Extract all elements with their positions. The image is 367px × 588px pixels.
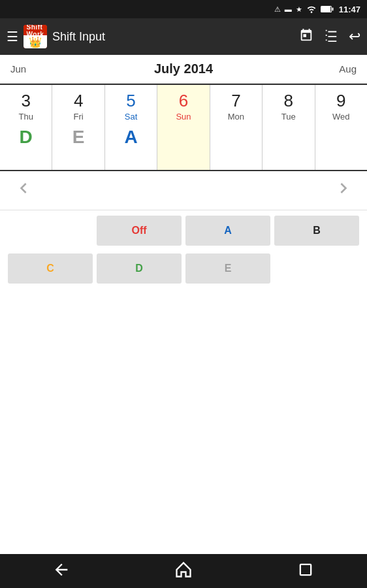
bluetooth-icon: ★ xyxy=(296,5,302,14)
shift-btn-e[interactable]: E xyxy=(185,253,270,284)
status-bar: ⚠ ▬ ★ 11:47 xyxy=(0,0,367,18)
cal-day-mon[interactable]: 7 Mon xyxy=(210,85,263,170)
day-name-mon: Mon xyxy=(228,112,244,122)
day-shift-5: A xyxy=(124,127,137,148)
status-icons: ⚠ ▬ ★ 11:47 xyxy=(274,5,360,14)
day-number-3: 3 xyxy=(21,91,30,110)
wifi-icon xyxy=(306,5,317,13)
app-logo: ShiftWork 👑 xyxy=(24,25,47,48)
day-name-wed: Wed xyxy=(332,112,350,122)
shift-btn-b[interactable]: B xyxy=(274,216,359,246)
next-week-arrow[interactable] xyxy=(327,175,360,206)
day-shift-4: E xyxy=(72,127,85,148)
list-icon[interactable] xyxy=(324,28,338,45)
shift-buttons-row2: C D E xyxy=(0,253,367,289)
shift-btn-d[interactable]: D xyxy=(97,253,182,284)
battery-icon xyxy=(321,5,334,13)
menu-icon[interactable]: ☰ xyxy=(7,29,18,44)
calendar-grid: 3 Thu D 4 Fri E 5 Sat A 6 Sun 7 Mon 8 Tu… xyxy=(0,84,367,171)
day-number-8: 8 xyxy=(284,91,293,110)
day-name-tue: Tue xyxy=(281,112,296,122)
day-number-9: 9 xyxy=(336,91,345,110)
shift-buttons-row1: Off A B xyxy=(0,210,367,251)
day-shift-3: D xyxy=(20,127,33,148)
nav-arrows xyxy=(0,171,367,210)
day-name-sun: Sun xyxy=(176,112,191,122)
time-display: 11:47 xyxy=(339,5,360,14)
day-name-sat: Sat xyxy=(125,112,138,122)
day-name-fri: Fri xyxy=(74,112,84,122)
calendar-icon[interactable] xyxy=(299,28,313,45)
shift-btn-c[interactable]: C xyxy=(8,253,93,284)
cal-day-thu[interactable]: 3 Thu D xyxy=(0,85,52,170)
next-month[interactable]: Aug xyxy=(330,63,357,74)
current-month: July 2014 xyxy=(154,61,213,76)
month-nav: Jun July 2014 Aug xyxy=(0,55,367,84)
cal-day-tue[interactable]: 8 Tue xyxy=(263,85,315,170)
day-number-5: 5 xyxy=(126,91,135,110)
app-title: Shift Input xyxy=(52,30,299,44)
prev-week-arrow[interactable] xyxy=(7,175,40,206)
home-button[interactable] xyxy=(174,561,193,581)
cal-day-sat[interactable]: 5 Sat A xyxy=(105,85,157,170)
svg-rect-3 xyxy=(321,7,330,12)
day-name-thu: Thu xyxy=(19,112,33,122)
day-number-7: 7 xyxy=(231,91,240,110)
main-content xyxy=(0,289,367,524)
cal-day-sun-today[interactable]: 6 Sun xyxy=(157,85,210,170)
app-bar-actions: ↩ xyxy=(299,28,360,45)
prev-month[interactable]: Jun xyxy=(10,63,37,74)
warning-icon: ⚠ xyxy=(274,5,281,14)
back-button[interactable] xyxy=(52,561,71,581)
shift-btn-off[interactable]: Off xyxy=(97,216,182,246)
day-number-4: 4 xyxy=(74,91,83,110)
cal-day-fri[interactable]: 4 Fri E xyxy=(52,85,104,170)
app-bar: ☰ ShiftWork 👑 Shift Input ↩ xyxy=(0,18,367,55)
bottom-nav-bar xyxy=(0,554,367,588)
svg-marker-4 xyxy=(176,563,190,577)
day-number-6: 6 xyxy=(179,91,188,110)
svg-rect-5 xyxy=(300,564,311,575)
recent-apps-button[interactable] xyxy=(296,561,315,581)
shift-btn-a[interactable]: A xyxy=(185,216,270,246)
redo-icon[interactable]: ↩ xyxy=(349,28,360,45)
cal-day-wed[interactable]: 9 Wed xyxy=(315,85,367,170)
svg-rect-1 xyxy=(332,8,333,11)
screen-icon: ▬ xyxy=(285,5,292,13)
